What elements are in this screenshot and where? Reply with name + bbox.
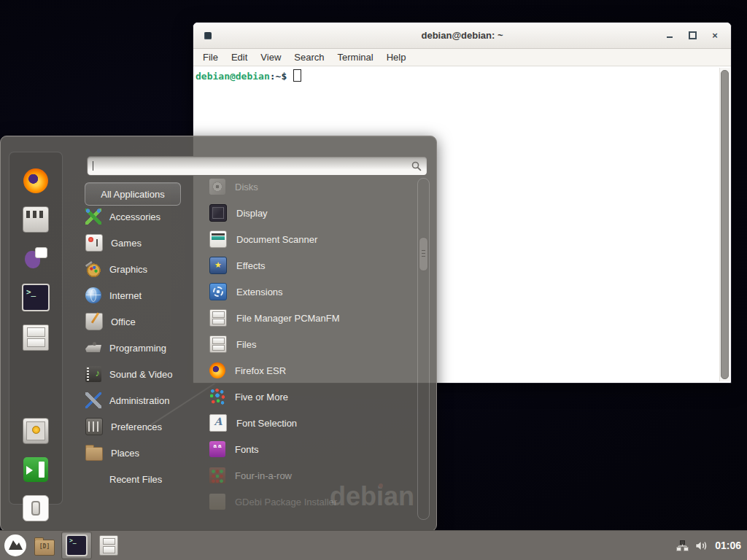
firefox-icon[interactable] [23,168,48,193]
app-item[interactable]: Display [209,200,414,226]
graphics-icon [85,261,101,277]
category-item[interactable]: Graphics [85,256,206,282]
lockscreen-icon[interactable] [23,418,49,444]
administration-icon [85,392,101,408]
terminal-menu-item[interactable]: Terminal [331,52,380,63]
app-label: Firefox ESR [235,365,286,376]
network-icon[interactable] [676,540,689,551]
app-item[interactable]: Extensions [209,279,414,305]
category-label: Recent Files [109,474,162,485]
terminal-cursor [293,69,301,82]
terminal-icon [66,534,88,556]
category-item[interactable]: Administration [85,387,206,413]
app-item[interactable]: Five or More [209,384,414,410]
app-item[interactable]: Effects [209,252,414,279]
app-item[interactable]: GDebi Package Installer [209,489,414,515]
application-menu: All Applications Accessories Games Graph… [0,136,437,532]
category-item[interactable]: Internet [85,282,206,308]
firefox-icon [209,362,225,378]
close-button[interactable]: × [711,31,719,40]
folder-icon [34,540,55,556]
preferences-icon [85,418,103,435]
category-label: Games [111,238,142,249]
terminal-menu-item[interactable]: View [254,52,287,63]
terminal-menu-item[interactable]: Edit [225,52,254,63]
app-label: Disks [235,182,258,192]
category-icon [85,471,101,487]
five-icon [209,389,225,405]
menu-scrollbar-thumb[interactable] [419,237,428,271]
category-item[interactable]: Games [85,230,206,256]
search-input[interactable] [93,157,411,175]
terminal-scrollbar-thumb[interactable] [721,70,729,379]
category-label: Sound & Video [109,369,173,380]
category-item[interactable]: Recent Files [85,466,206,492]
display-icon [209,204,227,222]
app-item[interactable]: Four-in-a-row [209,462,414,489]
scanner-icon [209,230,227,248]
category-item[interactable]: Office [85,308,206,335]
pidgin-icon[interactable] [23,246,48,271]
terminal-prompt: debian@debian:~$ [196,69,301,82]
category-label: Administration [109,395,169,406]
app-item[interactable]: Firefox ESR [209,357,414,384]
terminal-menu-item[interactable]: Help [380,52,413,63]
effects-icon [209,257,227,274]
app-item[interactable]: Fonts [209,436,414,462]
prompt-path: :~$ [270,71,287,82]
category-item[interactable]: Sound & Video [85,361,206,387]
office-icon [85,313,103,330]
app-label: Four-in-a-row [235,470,292,481]
taskbar-window-terminal[interactable] [61,532,92,559]
pcmanfm-icon [209,309,227,327]
programming-icon [85,340,101,356]
internet-icon [85,287,101,303]
terminal-scrollbar-track[interactable] [719,68,730,381]
menu-button[interactable] [3,533,28,558]
category-item[interactable]: Places [85,440,206,466]
terminal-icon[interactable] [22,284,50,311]
favorites-panel [9,152,63,505]
cabinet-icon[interactable] [23,324,49,351]
app-label: Font Selection [236,418,297,429]
app-label: Five or More [235,392,288,402]
category-label: Places [111,448,139,459]
app-item[interactable]: Font Selection [209,410,414,436]
disks-icon [209,179,225,195]
taskbar-window-folder[interactable] [30,532,59,559]
minimize-button[interactable] [665,31,674,40]
category-item[interactable]: Accessories [85,203,206,230]
app-item[interactable]: File Manager PCManFM [209,305,414,331]
mixer-icon[interactable] [23,206,49,233]
menu-scrollbar-track[interactable] [417,178,430,520]
category-item[interactable]: Preferences [85,413,206,440]
search-icon [411,161,422,171]
logout-icon[interactable] [23,457,48,482]
app-label: Display [236,208,268,219]
app-label: Files [236,339,256,350]
category-label: Graphics [109,264,147,275]
taskbar-window-files[interactable] [94,532,123,559]
filter-all-applications[interactable]: All Applications [85,182,181,206]
category-label: Preferences [111,421,162,432]
terminal-menu-item[interactable]: File [196,52,225,63]
shutdown-icon[interactable] [23,495,49,521]
app-list: Disks Display Document Scanner Effects E… [209,174,414,515]
fonts-icon [209,441,225,457]
extensions-icon [209,283,227,300]
category-label: Office [111,316,136,327]
terminal-menu-item[interactable]: Search [287,52,330,63]
files-icon [209,335,227,353]
category-item[interactable]: Programming [85,335,206,361]
terminal-titlebar[interactable]: debian@debian: ~ × [193,23,731,49]
app-item[interactable]: Disks [209,174,414,200]
volume-icon[interactable] [695,540,708,551]
maximize-button[interactable] [688,31,697,40]
terminal-title: debian@debian: ~ [193,30,731,41]
taskbar: 01:06 [0,530,747,560]
clock[interactable]: 01:06 [715,540,741,551]
soundvideo-icon [85,366,101,382]
terminal-menubar: File Edit View Search Terminal Help [193,49,731,66]
app-item[interactable]: Files [209,331,414,357]
app-item[interactable]: Document Scanner [209,226,414,252]
